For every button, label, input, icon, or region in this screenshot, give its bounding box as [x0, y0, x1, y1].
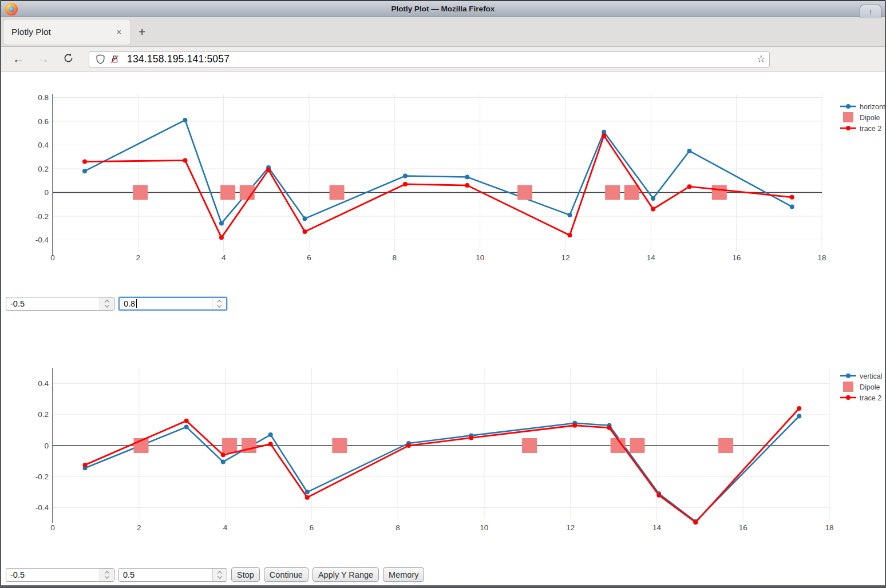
tab-plotly-plot[interactable]: Plotly Plot ×: [3, 19, 131, 45]
trace-marker-trace 2: [268, 442, 273, 446]
legend-item-trace 2[interactable]: trace 2: [840, 394, 881, 402]
x-tick-label: 8: [395, 523, 400, 532]
bottom-ymax-input[interactable]: [118, 568, 227, 582]
y-tick-label: 0.4: [38, 141, 49, 149]
legend-square-sample: [843, 382, 853, 392]
text-caret: [136, 299, 137, 308]
chart-horizontal-dipole[interactable]: 024681012141618-0.4-0.200.20.40.60.8hori…: [1, 85, 885, 268]
top-ymin-input[interactable]: [6, 297, 114, 311]
reload-button[interactable]: [56, 53, 81, 66]
legend-item-trace 2[interactable]: trace 2: [840, 125, 881, 133]
y-tick-label: -0.4: [35, 236, 49, 244]
tracking-shield-icon[interactable]: [95, 54, 106, 65]
url-bar[interactable]: 134.158.195.141:5057 ☆: [89, 51, 770, 67]
trace-marker-trace 2: [693, 520, 698, 525]
x-tick-label: 10: [480, 523, 488, 532]
trace-line-vertical: [85, 416, 800, 522]
y-tick-label: -0.2: [35, 212, 49, 221]
x-tick-label: 12: [566, 523, 575, 532]
x-tick-label: 0: [50, 253, 55, 262]
stop-button[interactable]: Stop: [231, 567, 260, 582]
trace-marker-vertical: [268, 432, 273, 437]
legend-item-Dipole[interactable]: Dipole: [843, 382, 880, 392]
spinner-buttons[interactable]: [100, 569, 114, 581]
spinner-buttons[interactable]: [100, 297, 114, 310]
window-title: Plotly Plot — Mozilla Firefox: [1, 5, 885, 13]
bottom-ymin-input[interactable]: [6, 568, 114, 582]
tab-bar: Plotly Plot × +: [1, 17, 885, 47]
legend-marker-sample: [846, 395, 851, 400]
window-titlebar: Plotly Plot — Mozilla Firefox ↑: [1, 0, 885, 17]
legend-item-Dipole[interactable]: Dipole: [843, 112, 880, 122]
x-tick-label: 12: [561, 253, 569, 262]
spinner-down-icon[interactable]: [217, 303, 222, 307]
legend-label: trace 2: [860, 394, 881, 402]
bookmark-star-icon[interactable]: ☆: [757, 53, 766, 65]
x-tick-label: 0: [50, 523, 55, 532]
trace-marker-trace 2: [221, 452, 226, 457]
forward-button[interactable]: →: [31, 53, 56, 66]
apply-y-range-button[interactable]: Apply Y Range: [313, 567, 379, 582]
dipole-marker: [517, 185, 532, 200]
browser-window: Plotly Plot — Mozilla Firefox ↑ Plotly P…: [0, 0, 886, 588]
y-tick-label: 0.4: [38, 379, 49, 388]
x-tick-label: 4: [222, 253, 226, 262]
legend-marker-sample: [846, 126, 851, 130]
trace-marker-horizontal: [219, 221, 224, 225]
trace-marker-trace 2: [303, 229, 307, 234]
trace-marker-trace 2: [567, 233, 572, 237]
legend-label: horizontal: [860, 103, 885, 111]
dipole-marker: [718, 438, 733, 453]
y-tick-label: -0.4: [35, 503, 49, 512]
legend-item-vertical[interactable]: vertical: [840, 372, 883, 380]
spinner-down-icon[interactable]: [105, 303, 109, 307]
trace-marker-vertical: [305, 490, 310, 494]
tab-close-icon[interactable]: ×: [113, 26, 125, 38]
trace-marker-horizontal: [303, 216, 307, 221]
dipole-marker: [630, 438, 645, 453]
legend-label: vertical: [860, 372, 883, 380]
trace-marker-trace 2: [602, 133, 606, 138]
tab-title: Plotly Plot: [11, 27, 113, 37]
top-yrange-controls: [6, 297, 227, 311]
spinner-buttons[interactable]: [212, 298, 226, 309]
x-tick-label: 4: [223, 523, 228, 532]
trace-marker-vertical: [797, 414, 801, 419]
top-ymax-input[interactable]: [118, 297, 227, 311]
trace-marker-vertical: [221, 459, 226, 464]
x-tick-label: 14: [652, 523, 662, 532]
chart-vertical-dipole[interactable]: 024681012141618-0.4-0.200.20.4verticalDi…: [1, 359, 885, 542]
url-text[interactable]: 134.158.195.141:5057: [127, 53, 230, 65]
dipole-marker: [605, 185, 620, 200]
insecure-lock-icon[interactable]: [109, 54, 120, 65]
scroll-to-top-button[interactable]: ↑: [860, 5, 881, 18]
legend-label: Dipole: [860, 383, 880, 391]
spinner-buttons[interactable]: [212, 569, 227, 581]
continue-button[interactable]: Continue: [264, 567, 308, 582]
y-tick-label: 0: [44, 188, 49, 197]
trace-marker-trace 2: [83, 463, 88, 467]
up-arrow-icon: ↑: [869, 7, 873, 16]
dipole-marker: [220, 185, 235, 200]
new-tab-button[interactable]: +: [131, 25, 153, 39]
back-button[interactable]: ←: [6, 53, 31, 66]
legend-marker-sample: [846, 374, 851, 378]
trace-marker-horizontal: [790, 204, 794, 209]
trace-marker-trace 2: [797, 406, 801, 411]
legend-item-horizontal[interactable]: horizontal: [840, 103, 885, 111]
y-tick-label: -0.2: [35, 472, 49, 481]
memory-button[interactable]: Memory: [383, 567, 424, 582]
trace-marker-trace 2: [82, 160, 87, 164]
dipole-marker: [222, 438, 237, 453]
trace-marker-horizontal: [465, 175, 469, 180]
x-tick-label: 16: [732, 253, 741, 262]
trace-marker-trace 2: [406, 443, 411, 448]
x-tick-label: 2: [137, 523, 141, 532]
y-tick-label: 0.6: [38, 117, 49, 126]
top-ymax-wrap: [118, 297, 227, 311]
y-tick-label: 0: [44, 442, 49, 450]
trace-marker-trace 2: [183, 158, 187, 162]
dipole-marker: [332, 438, 347, 453]
top-ymin-wrap: [6, 297, 114, 311]
trace-marker-trace 2: [687, 184, 692, 189]
